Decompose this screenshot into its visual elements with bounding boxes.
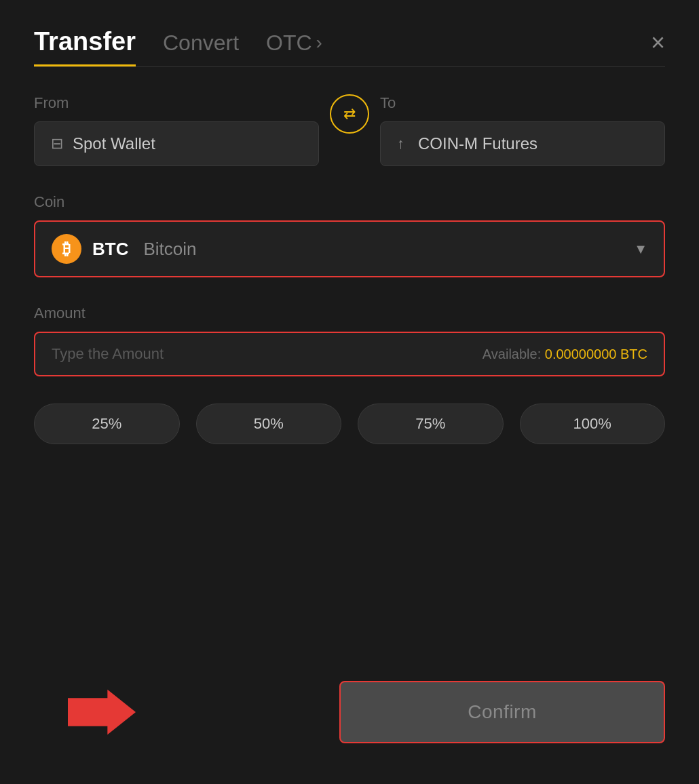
amount-input[interactable]: [52, 345, 483, 363]
pct-100-button[interactable]: 100%: [520, 404, 666, 444]
available-value: 0.00000000 BTC: [545, 347, 647, 361]
percentage-buttons: 25% 50% 75% 100%: [34, 404, 665, 444]
amount-section: Amount Available: 0.00000000 BTC: [34, 305, 665, 376]
coin-symbol: BTC: [92, 239, 128, 260]
tab-otc[interactable]: OTC ›: [266, 31, 322, 64]
confirm-button[interactable]: Confirm: [339, 681, 665, 743]
from-label: From: [34, 94, 319, 112]
modal-header: Transfer Convert OTC › ×: [34, 27, 665, 66]
pct-75-button[interactable]: 75%: [358, 404, 504, 444]
to-wallet-selector[interactable]: ↑ COIN-M Futures: [380, 121, 665, 166]
btc-icon: ₿: [52, 234, 81, 264]
close-button[interactable]: ×: [651, 31, 665, 63]
wallet-icon: ⊟: [51, 135, 63, 153]
to-label: To: [380, 94, 665, 112]
from-wallet-selector[interactable]: ⊟ Spot Wallet: [34, 121, 319, 166]
arrow-indicator: [68, 685, 136, 739]
pct-25-button[interactable]: 25%: [34, 404, 180, 444]
coin-full-name: Bitcoin: [143, 239, 196, 260]
from-to-section: From ⊟ Spot Wallet ⇄ To ↑ COIN-M Futures: [34, 94, 665, 166]
coin-label: Coin: [34, 193, 665, 211]
coin-selector[interactable]: ₿ BTC Bitcoin ▼: [34, 220, 665, 277]
available-label: Available:: [483, 347, 541, 361]
from-column: From ⊟ Spot Wallet: [34, 94, 319, 166]
available-text: Available: 0.00000000 BTC: [483, 347, 647, 362]
coin-chevron-icon: ▼: [634, 241, 647, 257]
swap-icon: ⇄: [343, 105, 356, 123]
swap-button[interactable]: ⇄: [330, 94, 369, 134]
btc-symbol: ₿: [62, 239, 71, 258]
pct-50-button[interactable]: 50%: [196, 404, 342, 444]
chevron-right-icon: ›: [316, 32, 322, 54]
to-wallet-name: COIN-M Futures: [418, 134, 537, 153]
swap-wrapper: ⇄: [319, 94, 380, 143]
to-column: To ↑ COIN-M Futures: [380, 94, 665, 166]
tab-otc-label: OTC: [266, 31, 312, 56]
amount-input-wrapper: Available: 0.00000000 BTC: [34, 332, 665, 376]
tab-convert[interactable]: Convert: [163, 31, 239, 64]
header-divider: [34, 66, 665, 67]
tab-transfer[interactable]: Transfer: [34, 27, 136, 66]
amount-label: Amount: [34, 305, 665, 322]
from-wallet-name: Spot Wallet: [73, 134, 155, 153]
svg-marker-0: [68, 690, 136, 735]
coin-section: Coin ₿ BTC Bitcoin ▼: [34, 193, 665, 277]
transfer-modal: Transfer Convert OTC › × From ⊟ Spot Wal…: [0, 0, 699, 784]
bottom-area: Confirm: [34, 681, 665, 743]
futures-icon: ↑: [397, 135, 404, 153]
arrow-icon: [68, 685, 136, 739]
